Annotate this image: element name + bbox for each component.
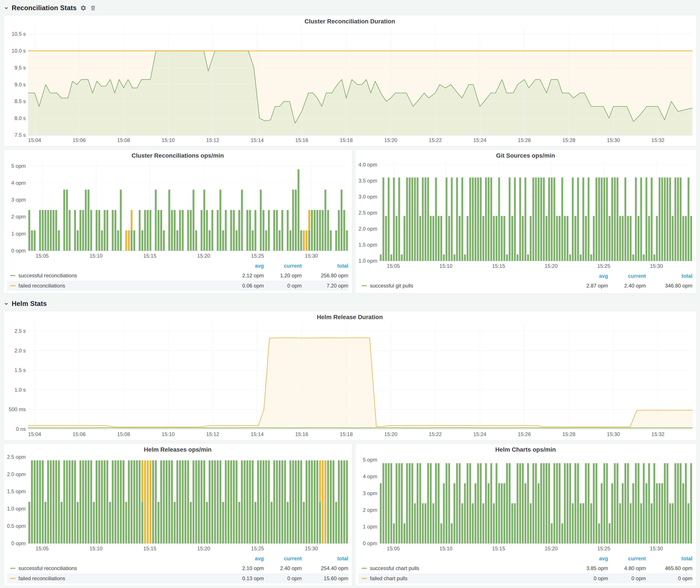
y-axis: 1.0 opm1.5 opm2.0 opm2.5 opm3.0 opm3.5 o… — [359, 161, 379, 261]
panel-title[interactable]: Cluster Reconciliation Duration — [7, 17, 692, 27]
legend-label[interactable]: successful reconciliations — [18, 565, 227, 571]
chart-area[interactable]: 0 opm1 opm2 opm3 opm4 opm5 opm 15:0515:1… — [359, 455, 692, 554]
plot-area[interactable]: 15:0515:1015:1515:2015:2515:30 — [28, 455, 348, 544]
x-tick-label: 15:14 — [251, 431, 264, 437]
legend-column-total[interactable]: total — [646, 556, 692, 562]
chart-area[interactable]: 1.0 opm1.5 opm2.0 opm2.5 opm3.0 opm3.5 o… — [359, 161, 692, 271]
series-marker — [10, 285, 15, 286]
y-tick-label: 500 ms — [9, 406, 26, 412]
legend-row[interactable]: successful reconciliations2.12 opm1.20 o… — [7, 270, 348, 281]
legend-label[interactable]: successful git pulls — [370, 283, 571, 289]
x-tick-label: 15:05 — [387, 263, 400, 269]
x-tick-label: 15:14 — [251, 137, 264, 143]
plot-area[interactable]: 15:0415:0615:0815:1015:1215:1415:1615:18… — [28, 322, 692, 429]
y-tick-label: 7.5 s — [15, 132, 26, 138]
legend-label[interactable]: failed reconciliations — [18, 283, 227, 289]
legend-label[interactable]: failed reconciliations — [18, 575, 227, 582]
y-tick-label: 3 opm — [11, 197, 26, 203]
chevron-down-icon[interactable] — [3, 5, 9, 11]
legend-row[interactable]: successful reconciliations2.10 opm2.40 o… — [7, 563, 348, 573]
y-tick-label: 0 ns — [16, 426, 26, 432]
legend-header-row: avgcurrenttotal — [7, 261, 348, 270]
panel-title[interactable]: Git Sources ops/min — [359, 151, 692, 161]
legend-column-current[interactable]: current — [608, 273, 646, 279]
panel-title[interactable]: Helm Release Duration — [7, 313, 692, 322]
y-tick-label: 0.5 opm — [7, 523, 26, 529]
x-tick-label: 15:30 — [607, 137, 620, 143]
legend-column-total[interactable]: total — [302, 556, 348, 562]
series-line-green — [28, 428, 692, 428]
plot-area[interactable]: 15:0415:0615:0815:1015:1215:1415:1615:18… — [28, 27, 692, 135]
y-tick-label: 10.5 s — [12, 31, 26, 37]
legend-column-avg[interactable]: avg — [227, 556, 264, 562]
x-tick-label: 15:10 — [162, 431, 175, 437]
x-tick-label: 15:30 — [650, 546, 663, 552]
legend-value-avg: 2.12 opm — [227, 273, 264, 279]
y-axis: 0 opm1 opm2 opm3 opm4 opm5 opm — [359, 455, 379, 544]
legend-column-current[interactable]: current — [608, 556, 646, 562]
legend-label[interactable]: failed chart pulls — [370, 575, 571, 582]
panel-slot-cluster-reconciliations: Cluster Reconciliations ops/min 0 opm1 o… — [3, 149, 352, 294]
trash-icon[interactable] — [90, 5, 96, 11]
legend-row[interactable]: failed reconciliations0.06 opm0 opm7.20 … — [7, 281, 348, 291]
legend-value-avg: 2.87 opm — [571, 283, 608, 289]
y-tick-label: 1.5 opm — [7, 488, 26, 494]
legend-column-total[interactable]: total — [302, 263, 348, 269]
y-tick-label: 9.5 s — [15, 65, 26, 71]
y-tick-label: 0 opm — [11, 540, 26, 546]
x-tick-label: 15:10 — [162, 137, 175, 143]
y-tick-label: 2.0 opm — [7, 471, 26, 477]
x-tick-label: 15:30 — [607, 431, 620, 437]
legend-label[interactable]: successful reconciliations — [18, 273, 227, 279]
panel-title[interactable]: Cluster Reconciliations ops/min — [7, 151, 348, 161]
x-tick-label: 15:30 — [650, 263, 663, 269]
y-tick-label: 5 opm — [363, 457, 377, 463]
x-tick-label: 15:25 — [251, 253, 264, 259]
x-tick-label: 15:15 — [143, 253, 156, 259]
legend-column-avg[interactable]: avg — [227, 263, 264, 269]
legend-row[interactable]: failed reconciliations0.13 opm0 opm15.60… — [7, 573, 348, 583]
plot-area[interactable]: 15:0515:1015:1515:2015:2515:30 — [28, 161, 348, 251]
legend-value-avg: 0 opm — [571, 575, 608, 582]
chart-area[interactable]: 0 opm1 opm2 opm3 opm4 opm5 opm 15:0515:1… — [7, 161, 348, 261]
x-tick-label: 15:16 — [295, 431, 308, 437]
x-tick-label: 15:25 — [597, 546, 610, 552]
x-tick-label: 15:06 — [73, 137, 85, 143]
panel-title[interactable]: Helm Charts ops/min — [359, 445, 692, 455]
bars-successful — [380, 463, 692, 543]
legend-value-total: 0 opm — [646, 575, 692, 582]
plot-area[interactable]: 15:0515:1015:1515:2015:2515:30 — [379, 161, 692, 261]
chart-area[interactable]: 0 ns500 ms1.0 s1.5 s2.0 s2.5 s 15:0415:0… — [7, 322, 692, 439]
y-tick-label: 1.0 s — [15, 387, 26, 393]
bars-successful — [28, 460, 348, 543]
panel-slot-helm-charts: Helm Charts ops/min 0 opm1 opm2 opm3 opm… — [355, 443, 697, 586]
series-marker — [362, 285, 367, 286]
chart-area[interactable]: 7.5 s8.0 s8.5 s9.0 s9.5 s10.0 s10.5 s 15… — [7, 27, 692, 145]
legend-value-total: 7.20 opm — [302, 283, 348, 289]
section-title[interactable]: Reconciliation Stats — [12, 4, 77, 12]
bars-successful — [28, 169, 348, 251]
chart-area[interactable]: 0 opm0.5 opm1.0 opm1.5 opm2.0 opm2.5 opm… — [7, 455, 348, 554]
chevron-down-icon[interactable] — [3, 301, 9, 307]
legend-column-current[interactable]: current — [264, 556, 302, 562]
y-tick-label: 2.0 s — [15, 348, 26, 354]
legend-row[interactable]: successful git pulls2.87 opm2.40 opm346.… — [359, 281, 692, 291]
x-tick-label: 15:28 — [562, 431, 575, 437]
legend-row[interactable]: failed chart pulls0 opm0 opm0 opm — [359, 573, 692, 583]
y-tick-label: 2.5 s — [15, 328, 26, 334]
legend-column-avg[interactable]: avg — [571, 556, 608, 562]
legend-label[interactable]: successful chart pulls — [370, 565, 571, 571]
gear-icon[interactable] — [80, 5, 87, 11]
plot-area[interactable]: 15:0515:1015:1515:2015:2515:30 — [379, 455, 692, 544]
y-tick-label: 3.5 opm — [358, 178, 377, 184]
x-tick-label: 15:20 — [384, 431, 397, 437]
legend-column-current[interactable]: current — [264, 263, 302, 269]
legend-column-avg[interactable]: avg — [571, 273, 608, 279]
section-title[interactable]: Helm Stats — [12, 300, 47, 308]
legend-row[interactable]: successful chart pulls3.85 opm4.80 opm46… — [359, 563, 692, 573]
panel-title[interactable]: Helm Releases ops/min — [7, 445, 348, 455]
x-tick-label: 15:04 — [28, 431, 41, 437]
legend-column-total[interactable]: total — [646, 273, 692, 279]
x-tick-label: 15:10 — [90, 253, 103, 259]
y-axis: 7.5 s8.0 s8.5 s9.0 s9.5 s10.0 s10.5 s — [7, 27, 28, 135]
